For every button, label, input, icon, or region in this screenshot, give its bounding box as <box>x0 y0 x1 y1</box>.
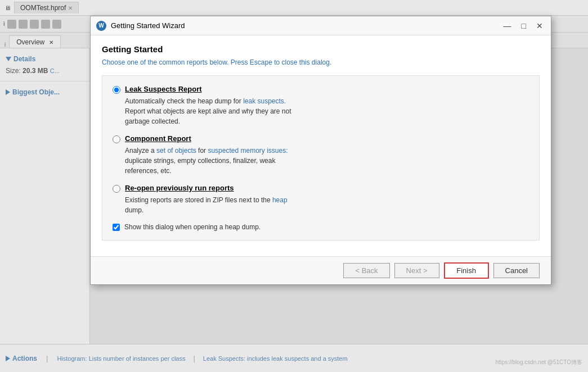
next-button[interactable]: Next > <box>394 263 439 278</box>
back-button[interactable]: < Back <box>343 263 389 278</box>
option-leak-radio[interactable] <box>113 86 120 94</box>
dialog-body: Getting Started Choose one of the common… <box>91 35 551 256</box>
show-dialog-checkbox-row: Show this dialog when opening a heap dum… <box>113 223 529 231</box>
dialog-title-left: W Getting Started Wizard <box>96 21 185 31</box>
show-dialog-checkbox[interactable] <box>113 224 120 231</box>
dialog-wizard-icon: W <box>96 21 106 31</box>
option-reopen: Re-open previously run reports Existing … <box>113 184 529 215</box>
watermark: https://blog.csdn.net @51CTO博客 <box>496 359 582 366</box>
next-button-label: Next > <box>406 266 428 275</box>
dialog-footer: < Back Next > Finish Cancel <box>91 256 551 284</box>
option-component-label: Component Report <box>125 134 191 143</box>
cancel-button-label: Cancel <box>505 266 528 275</box>
dialog-maximize-button[interactable]: □ <box>519 21 528 31</box>
option-leak-label: Leak Suspects Report <box>125 85 202 93</box>
option-reopen-radio[interactable] <box>113 185 120 193</box>
option-reopen-row: Re-open previously run reports <box>113 184 529 193</box>
option-component: Component Report Analyze a set of object… <box>113 134 529 176</box>
option-component-row: Component Report <box>113 134 529 143</box>
dialog-close-button[interactable]: ✕ <box>534 21 545 31</box>
cancel-button[interactable]: Cancel <box>493 263 540 278</box>
dialog-subtitle: Choose one of the common reports below. … <box>102 58 540 66</box>
option-component-desc: Analyze a set of objects for suspected m… <box>125 146 529 176</box>
option-reopen-desc: Existing reports are stored in ZIP files… <box>125 195 529 215</box>
option-leak-row: Leak Suspects Report <box>113 85 529 94</box>
finish-button[interactable]: Finish <box>444 262 489 279</box>
back-button-label: < Back <box>355 266 378 275</box>
dialog-title-text: Getting Started Wizard <box>111 21 185 30</box>
getting-started-dialog: W Getting Started Wizard — □ ✕ Getting S… <box>90 16 551 285</box>
show-dialog-label: Show this dialog when opening a heap dum… <box>124 223 261 231</box>
dialog-titlebar: W Getting Started Wizard — □ ✕ <box>91 16 551 35</box>
dialog-options-area: Leak Suspects Report Automatically check… <box>102 75 540 241</box>
option-reopen-label: Re-open previously run reports <box>125 184 234 192</box>
option-component-radio[interactable] <box>113 135 120 143</box>
option-leak-desc: Automatically check the heap dump for le… <box>125 96 529 126</box>
watermark-text: https://blog.csdn.net @51CTO博客 <box>496 359 582 365</box>
dialog-heading: Getting Started <box>102 44 540 54</box>
dialog-title-controls: — □ ✕ <box>501 21 545 31</box>
dialog-minimize-button[interactable]: — <box>501 21 514 31</box>
option-leak-suspects: Leak Suspects Report Automatically check… <box>113 85 529 126</box>
finish-button-label: Finish <box>456 266 476 275</box>
